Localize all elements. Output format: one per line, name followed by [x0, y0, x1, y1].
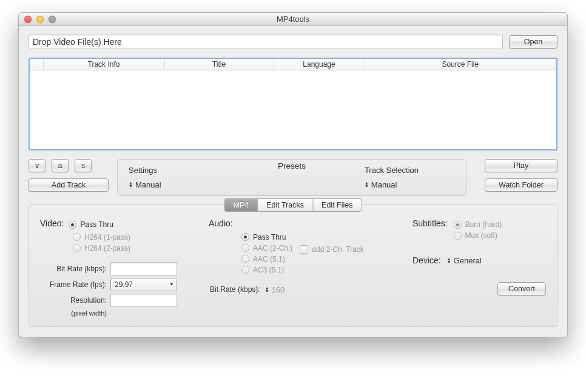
audio-bitrate-label: Bit Rate (kbps):	[210, 285, 260, 294]
track-table[interactable]: Track Info Title Language Source File	[29, 58, 557, 150]
track-selection-select[interactable]: ▲▼ Manual	[365, 180, 397, 189]
video-h264-2pass-radio[interactable]: H264 (2-pass)	[73, 243, 198, 254]
open-button[interactable]: Open	[509, 35, 557, 49]
radio-icon	[241, 255, 249, 263]
chevron-down-icon: ▼	[169, 282, 174, 287]
tab-edit-tracks[interactable]: Edit Tracks	[258, 198, 313, 212]
col-blank[interactable]	[30, 59, 43, 70]
video-resolution-input[interactable]	[110, 294, 177, 307]
video-bitrate-input[interactable]	[110, 262, 177, 275]
settings-panel: MP4 Edit Tracks Edit Files Video: Pass T…	[29, 204, 557, 327]
updown-icon: ▲▼	[265, 286, 269, 292]
audio-heading: Audio:	[209, 218, 402, 228]
video-resolution-label: Resolution:	[40, 296, 107, 305]
add-2ch-checkbox[interactable]: add 2-Ch. Track	[300, 245, 363, 254]
col-title[interactable]: Title	[164, 59, 274, 70]
a-button[interactable]: a	[52, 159, 69, 172]
col-language[interactable]: Language	[274, 59, 365, 70]
radio-icon	[73, 233, 81, 241]
audio-aac51-radio[interactable]: AAC (5.1)	[241, 254, 292, 265]
titlebar: MP4tools	[19, 13, 567, 26]
tab-edit-files[interactable]: Edit Files	[313, 198, 362, 212]
audio-bitrate-stepper[interactable]: ▲▼ 160	[265, 285, 285, 294]
drop-files-input[interactable]	[29, 35, 503, 49]
v-button[interactable]: v	[29, 159, 45, 172]
tabbar: MP4 Edit Tracks Edit Files	[224, 198, 362, 212]
col-track-info[interactable]: Track Info	[43, 59, 164, 70]
app-window: MP4tools Open Track Info Title Language …	[18, 12, 568, 337]
video-bitrate-label: Bit Rate (kbps):	[40, 265, 107, 273]
updown-icon: ▲▼	[365, 181, 369, 188]
audio-ac351-radio[interactable]: AC3 (5.1)	[241, 265, 292, 275]
settings-value: Manual	[135, 180, 161, 189]
add-track-button[interactable]: Add Track	[29, 178, 109, 192]
settings-select[interactable]: ▲▼ Manual	[129, 180, 161, 189]
radio-icon	[73, 244, 81, 252]
radio-icon	[241, 233, 249, 241]
radio-icon	[454, 232, 462, 240]
video-framerate-label: Frame Rate (fps):	[40, 280, 107, 289]
video-resolution-hint: (pixel width)	[40, 309, 107, 317]
subtitles-heading: Subtitles:	[413, 218, 448, 228]
col-source-file[interactable]: Source File	[365, 59, 556, 70]
radio-icon	[241, 266, 249, 274]
track-table-body[interactable]	[30, 70, 556, 149]
subtitles-burn-radio[interactable]: Burn (hard)	[454, 219, 502, 230]
presets-heading: Presets	[118, 161, 466, 171]
subtitles-mux-radio[interactable]: Mux (soft)	[454, 230, 502, 241]
s-button[interactable]: s	[75, 159, 92, 172]
presets-panel: Presets Settings ▲▼ Manual Track Selecti…	[117, 159, 466, 196]
convert-button[interactable]: Convert	[497, 282, 546, 296]
video-pass-thru-radio[interactable]: Pass Thru	[69, 219, 113, 230]
watch-folder-button[interactable]: Watch Folder	[485, 178, 557, 192]
tab-mp4[interactable]: MP4	[224, 198, 258, 212]
video-framerate-combo[interactable]: 29.97 ▼	[110, 278, 177, 291]
radio-icon	[454, 221, 462, 229]
device-select[interactable]: ▲▼ General	[447, 256, 482, 265]
video-heading: Video:	[40, 218, 64, 228]
play-button[interactable]: Play	[485, 159, 557, 172]
window-title: MP4tools	[19, 15, 567, 24]
checkbox-icon	[300, 245, 308, 254]
updown-icon: ▲▼	[447, 257, 451, 263]
audio-pass-thru-radio[interactable]: Pass Thru	[241, 232, 292, 243]
device-label: Device:	[413, 255, 441, 265]
track-selection-value: Manual	[371, 180, 397, 189]
audio-aac2-radio[interactable]: AAC (2-Ch.)	[241, 243, 292, 254]
radio-icon	[241, 244, 249, 252]
updown-icon: ▲▼	[129, 181, 133, 188]
radio-icon	[69, 221, 76, 229]
video-h264-1pass-radio[interactable]: H264 (1-pass)	[73, 232, 198, 243]
